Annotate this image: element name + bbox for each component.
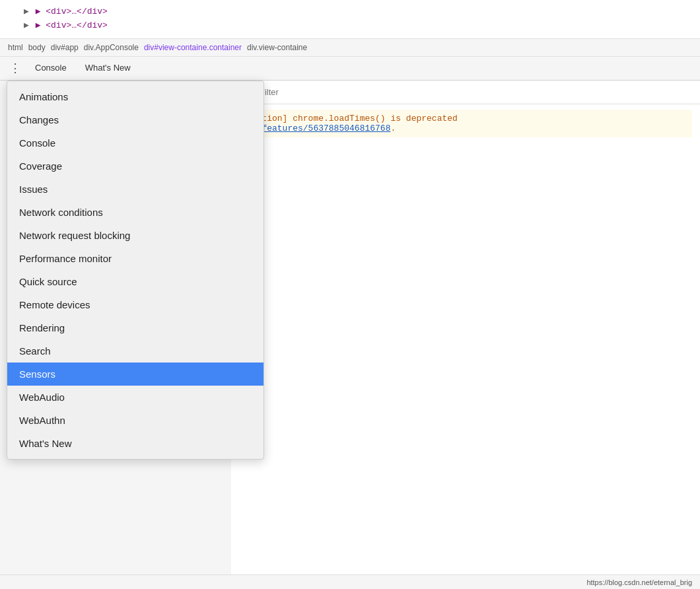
status-url: https://blog.csdn.net/eternal_brig xyxy=(586,578,692,586)
breadcrumb-html[interactable]: html xyxy=(8,43,23,52)
breadcrumb-divapp[interactable]: div#app xyxy=(51,43,79,52)
triangle-icon: ▶ xyxy=(24,7,34,17)
menu-item-what's-new[interactable]: What's New xyxy=(7,432,263,455)
breadcrumb: html body div#app div.AppConsole div#vie… xyxy=(0,39,700,57)
menu-item-webauthn[interactable]: WebAuthn xyxy=(7,409,263,432)
breadcrumb-viewcontaine2[interactable]: div.view-containe xyxy=(247,43,307,52)
menu-item-quick-source[interactable]: Quick source xyxy=(7,270,263,293)
right-panel: 👁 ication] chrome.loadTimes() is depreca… xyxy=(231,81,700,589)
menu-item-coverage[interactable]: Coverage xyxy=(7,155,263,178)
menu-item-network-conditions[interactable]: Network conditions xyxy=(7,201,263,224)
menu-item-search[interactable]: Search xyxy=(7,339,263,363)
breadcrumb-appconsole[interactable]: div.AppConsole xyxy=(84,43,139,52)
console-output: ication] chrome.loadTimes() is deprecate… xyxy=(231,104,700,143)
menu-item-changes[interactable]: Changes xyxy=(7,108,263,131)
menu-item-sensors[interactable]: Sensors xyxy=(7,363,263,386)
tab-console[interactable]: Console xyxy=(27,59,75,78)
breadcrumb-body[interactable]: body xyxy=(28,43,46,52)
menu-item-console[interactable]: Console xyxy=(7,131,263,155)
dropdown-menu: AnimationsChangesConsoleCoverageIssuesNe… xyxy=(7,81,264,460)
dom-line-2: ▶ ▶ <div>…</div> xyxy=(11,19,689,33)
dom-tag-1: ▶ <div>…</div> xyxy=(36,7,108,17)
dom-tree-panel: ▶ ▶ <div>…</div> ▶ ▶ <div>…</div> xyxy=(0,0,700,39)
menu-item-performance-monitor[interactable]: Performance monitor xyxy=(7,247,263,270)
more-options-button[interactable]: ⋮ xyxy=(5,58,24,78)
breadcrumb-viewcontainer[interactable]: div#view-containe.container xyxy=(144,43,242,52)
warn-text-1: ication] chrome.loadTimes() is deprecate… xyxy=(246,114,458,123)
triangle-icon-2: ▶ xyxy=(24,20,34,30)
status-bar: https://blog.csdn.net/eternal_brig xyxy=(0,574,700,589)
menu-item-network-request-blocking[interactable]: Network request blocking xyxy=(7,224,263,247)
menu-item-webaudio[interactable]: WebAudio xyxy=(7,386,263,409)
tab-whats-new[interactable]: What's New xyxy=(77,59,139,78)
filter-input[interactable] xyxy=(260,87,695,97)
menu-item-rendering[interactable]: Rendering xyxy=(7,316,263,339)
warn-period: . xyxy=(390,123,396,133)
toolbar: ⋮ Console What's New xyxy=(0,57,700,81)
dom-tag-2: ▶ <div>…</div> xyxy=(36,20,108,30)
console-filter-bar: 👁 xyxy=(231,81,700,104)
left-panel: AnimationsChangesConsoleCoverageIssuesNe… xyxy=(0,81,231,589)
console-warn-line: ication] chrome.loadTimes() is deprecate… xyxy=(239,110,692,137)
menu-item-issues[interactable]: Issues xyxy=(7,178,263,201)
menu-item-animations[interactable]: Animations xyxy=(7,85,263,108)
menu-item-remote-devices[interactable]: Remote devices xyxy=(7,293,263,316)
warn-link[interactable]: om/features/5637885046816768 xyxy=(246,123,390,133)
dom-line-1: ▶ ▶ <div>…</div> xyxy=(11,5,689,19)
main-content: AnimationsChangesConsoleCoverageIssuesNe… xyxy=(0,81,700,589)
